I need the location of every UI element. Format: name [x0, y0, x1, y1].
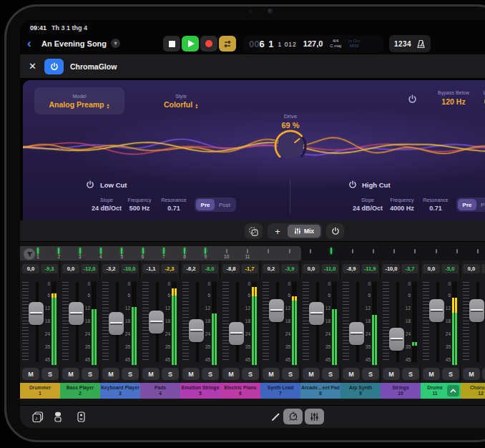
edit-button[interactable]: [269, 411, 282, 422]
model-selector[interactable]: Model Analog Preamp▲▼: [34, 87, 124, 115]
back-chevron-icon[interactable]: ‹: [27, 36, 31, 52]
controls-view-button[interactable]: [283, 409, 303, 424]
fader-value-chip[interactable]: 0,0: [22, 264, 39, 273]
fader-value-chip[interactable]: -10,0: [383, 264, 400, 273]
fader-handle[interactable]: [189, 319, 204, 342]
cycle-button[interactable]: [219, 36, 236, 52]
mute-button[interactable]: M: [463, 368, 480, 380]
low-cut-slope[interactable]: Slope24 dB/Oct: [90, 198, 123, 212]
bypass-power-icon[interactable]: [408, 94, 417, 104]
peak-value-chip[interactable]: -10,0: [121, 264, 138, 273]
peak-value-chip[interactable]: -3,9: [281, 264, 298, 273]
solo-button[interactable]: S: [41, 368, 59, 380]
track-name-cell[interactable]: Arcade…eet Pad8: [300, 383, 341, 399]
mute-button[interactable]: M: [102, 368, 119, 380]
peak-value-chip[interactable]: -9,3: [41, 264, 58, 273]
track-name-cell[interactable]: Drums11: [421, 383, 461, 399]
fader-value-chip[interactable]: 0,0: [423, 264, 440, 273]
fader-value-chip[interactable]: -8,8: [222, 264, 240, 273]
track-name-cell[interactable]: Strings10: [381, 383, 421, 399]
lcd-display[interactable]: 006 1 1 012 127,0 4/4C maj In OutMIDI: [243, 35, 383, 52]
track-name-cell[interactable]: Pads4: [140, 383, 180, 399]
track-name-cell[interactable]: Bass Player2: [60, 383, 100, 399]
stack-expander-button[interactable]: [447, 385, 459, 396]
record-button[interactable]: [200, 36, 217, 52]
solo-button[interactable]: S: [322, 368, 339, 380]
mixer-power-button[interactable]: [326, 223, 344, 239]
track-name-cell[interactable]: Drummer1: [20, 383, 60, 399]
song-title[interactable]: An Evening Song ▾: [41, 39, 120, 48]
mute-button[interactable]: M: [22, 368, 39, 380]
high-cut-frequency[interactable]: Frequency4000 Hz: [386, 198, 418, 212]
mute-button[interactable]: M: [383, 368, 400, 380]
metronome-icon[interactable]: [416, 39, 426, 49]
add-button[interactable]: +: [268, 226, 288, 237]
close-icon[interactable]: ✕: [29, 61, 36, 72]
mute-button[interactable]: M: [303, 368, 320, 380]
peak-value-chip[interactable]: -12,0: [81, 264, 98, 273]
fader-handle[interactable]: [229, 322, 244, 345]
fader-value-chip[interactable]: -3,2: [102, 264, 119, 273]
fader-handle[interactable]: [109, 312, 124, 335]
drive-knob[interactable]: [272, 127, 309, 165]
solo-button[interactable]: S: [282, 368, 299, 380]
fader-handle[interactable]: [69, 302, 84, 325]
chevron-down-icon[interactable]: ▾: [111, 39, 120, 48]
plugin-power-button[interactable]: [44, 59, 64, 74]
fader-value-chip[interactable]: 0,0: [62, 264, 79, 273]
bar-ruler[interactable]: 1234567891011: [20, 246, 485, 262]
track-name-cell[interactable]: Emotion Strings5: [180, 383, 220, 399]
mixer-view-button[interactable]: [305, 409, 324, 424]
peak-value-chip[interactable]: [481, 264, 485, 273]
peak-value-chip[interactable]: -5,0: [441, 264, 459, 273]
solo-button[interactable]: S: [402, 368, 419, 380]
mute-button[interactable]: M: [423, 368, 440, 380]
mute-button[interactable]: M: [142, 368, 160, 380]
pre-button[interactable]: Pre: [458, 199, 476, 210]
fader-handle[interactable]: [469, 299, 484, 322]
duplicate-button[interactable]: [245, 223, 263, 239]
solo-button[interactable]: S: [122, 368, 139, 380]
fader-value-chip[interactable]: -8,9: [343, 264, 360, 273]
peak-value-chip[interactable]: -1,7: [241, 264, 258, 273]
fader-handle[interactable]: [349, 322, 364, 345]
fader-value-chip[interactable]: 0,2: [263, 264, 280, 273]
track-name-cell[interactable]: Chorus V12: [461, 383, 485, 399]
solo-button[interactable]: S: [162, 368, 179, 380]
mix-view-button[interactable]: Mix: [288, 225, 320, 238]
post-button[interactable]: Post: [215, 199, 235, 210]
solo-button[interactable]: S: [202, 368, 219, 380]
mute-button[interactable]: M: [343, 368, 360, 380]
mute-button[interactable]: M: [62, 368, 79, 380]
fader-value-chip[interactable]: -6,2: [182, 264, 200, 273]
high-cut-slope[interactable]: Slope24 dB/Oct: [351, 198, 384, 212]
level-control[interactable]: Level 0.0: [468, 90, 485, 106]
track-name-cell[interactable]: Synth Lead7: [260, 383, 300, 399]
filter-button[interactable]: [24, 248, 35, 260]
plugins-button[interactable]: [74, 411, 87, 422]
fader-handle[interactable]: [389, 328, 404, 351]
count-in-button[interactable]: 1234: [394, 40, 411, 48]
track-name-cell[interactable]: Keyboard Player3: [100, 383, 140, 399]
post-button[interactable]: Post: [476, 199, 485, 210]
fader-handle[interactable]: [309, 302, 324, 325]
low-cut-frequency[interactable]: Frequency500 Hz: [124, 198, 155, 212]
fader-handle[interactable]: [149, 311, 164, 333]
stop-button[interactable]: [163, 36, 180, 52]
track-name-cell[interactable]: Arp Synth9: [341, 383, 381, 399]
solo-button[interactable]: S: [82, 368, 99, 380]
fader-value-chip[interactable]: 0,0: [303, 264, 320, 273]
mute-button[interactable]: M: [182, 368, 200, 380]
peak-value-chip[interactable]: -3,7: [401, 264, 418, 273]
low-cut-resonance[interactable]: Resonance0.71: [159, 198, 189, 212]
solo-button[interactable]: S: [362, 368, 379, 380]
fader-value-chip[interactable]: -1,1: [142, 264, 160, 273]
mute-button[interactable]: M: [222, 368, 240, 380]
browser-button[interactable]: ♪: [31, 411, 44, 422]
peak-value-chip[interactable]: -2,3: [161, 264, 178, 273]
solo-button[interactable]: S: [442, 368, 459, 380]
peak-value-chip[interactable]: -11,0: [321, 264, 338, 273]
track-name-cell[interactable]: Electric Piano6: [220, 383, 260, 399]
fader-handle[interactable]: [29, 302, 44, 325]
play-button[interactable]: [182, 36, 199, 52]
